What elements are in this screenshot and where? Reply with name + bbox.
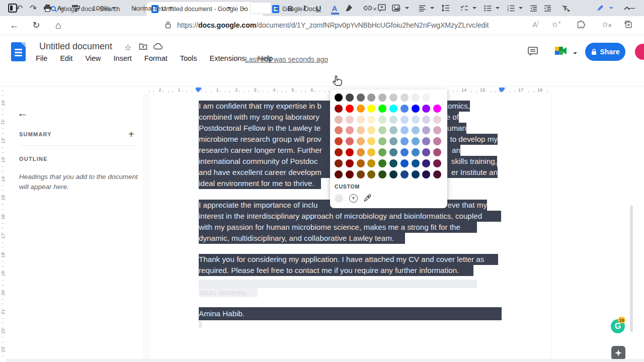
- color-swatch-4c1130[interactable]: [433, 170, 441, 178]
- color-swatch-f9cb9c[interactable]: [357, 126, 365, 134]
- reload-icon[interactable]: ↻: [30, 19, 42, 31]
- menu-insert[interactable]: Insert: [114, 54, 132, 62]
- paragraph-style-select[interactable]: Normal text: [127, 0, 177, 16]
- color-swatch-ff00ff[interactable]: [433, 105, 441, 113]
- cloud-status-icon[interactable]: [153, 43, 163, 50]
- close-outline-icon[interactable]: ←: [17, 107, 28, 120]
- comment-history-icon[interactable]: [527, 46, 538, 56]
- color-swatch-a2c4c9[interactable]: [389, 126, 397, 134]
- right-indent-marker[interactable]: [502, 87, 505, 93]
- add-summary-button[interactable]: +: [128, 129, 134, 140]
- document-text-line[interactable]: [199, 280, 477, 288]
- meet-caret-icon[interactable]: [573, 52, 577, 54]
- color-swatch-ff9900[interactable]: [357, 105, 365, 113]
- editing-mode-caret[interactable]: [606, 0, 614, 16]
- meet-icon[interactable]: [554, 45, 568, 56]
- color-swatch-efefef[interactable]: [412, 94, 420, 102]
- color-swatch-134f5c[interactable]: [389, 159, 397, 167]
- zoom-select[interactable]: 100%: [90, 0, 119, 16]
- document-text-line[interactable]: with my passion for human microbiome sci…: [199, 222, 477, 233]
- read-aloud-icon[interactable]: A): [532, 20, 539, 29]
- color-swatch-d5a6bd[interactable]: [433, 126, 441, 134]
- color-swatch-ea9999[interactable]: [346, 126, 354, 134]
- color-swatch-d9ead3[interactable]: [378, 116, 386, 124]
- color-swatch-d9d9d9[interactable]: [400, 94, 409, 102]
- image-caret[interactable]: [401, 0, 410, 16]
- move-folder-icon[interactable]: [139, 43, 147, 50]
- document-text-line[interactable]: dynamic, multidisciplinary, and collabor…: [199, 233, 405, 244]
- color-swatch-274e13[interactable]: [378, 170, 386, 178]
- font-size-increase-button[interactable]: +: [272, 0, 282, 16]
- undo-button[interactable]: ↶: [13, 0, 25, 16]
- highlight-color-button[interactable]: [342, 0, 355, 16]
- color-swatch-0b5394[interactable]: [412, 159, 420, 167]
- color-swatch-f4cccc[interactable]: [346, 116, 354, 124]
- color-swatch-073763[interactable]: [412, 170, 420, 178]
- decrease-indent-button[interactable]: [527, 0, 540, 16]
- color-swatch-c27ba0[interactable]: [433, 137, 441, 145]
- star-icon[interactable]: ☆: [124, 43, 131, 52]
- share-button[interactable]: Share: [585, 43, 625, 61]
- color-swatch-cccccc[interactable]: [389, 94, 397, 102]
- color-swatch-3c78d8[interactable]: [400, 148, 409, 156]
- print-button[interactable]: [41, 0, 53, 16]
- color-swatch-20124d[interactable]: [422, 170, 430, 178]
- favorites-bar-icon[interactable]: ☆≡: [602, 20, 611, 29]
- spellcheck-button[interactable]: A✓: [55, 0, 67, 16]
- underline-button[interactable]: U: [312, 0, 325, 16]
- bulleted-list-caret[interactable]: [492, 0, 500, 16]
- menu-tools[interactable]: Tools: [180, 54, 197, 62]
- document-text-line[interactable]: interest in the interdisciplinary approa…: [199, 211, 501, 222]
- numbered-list-caret[interactable]: [515, 0, 523, 16]
- vertical-ruler[interactable]: 1011121314151617181920212223: [0, 86, 6, 362]
- menu-view[interactable]: View: [85, 54, 101, 62]
- color-swatch-7f6000[interactable]: [367, 170, 375, 178]
- color-swatch-999999[interactable]: [367, 94, 375, 102]
- color-swatch-dd7e6b[interactable]: [335, 126, 343, 134]
- font-size-decrease-button[interactable]: −: [238, 0, 249, 16]
- color-swatch-351c75[interactable]: [422, 159, 430, 167]
- color-swatch-000000[interactable]: [335, 94, 343, 102]
- color-swatch-ffd966[interactable]: [367, 137, 375, 145]
- bold-button[interactable]: B: [284, 0, 297, 16]
- document-text-line[interactable]: Yours sincerely,: [199, 288, 258, 297]
- document-text-line[interactable]: Thank you for considering my application…: [199, 254, 498, 265]
- color-swatch-cc0000[interactable]: [346, 148, 354, 156]
- redo-button[interactable]: ↷: [27, 0, 39, 16]
- document-text-line[interactable]: Amina Habib.: [199, 307, 502, 320]
- color-swatch-ead1dc[interactable]: [433, 116, 441, 124]
- url-field[interactable]: https://docs.google.com/document/d/1Y_zo…: [177, 21, 489, 29]
- text-color-button[interactable]: A: [328, 0, 341, 16]
- last-edit-link[interactable]: Last edit was seconds ago: [245, 55, 328, 63]
- add-comment-button[interactable]: [375, 0, 388, 16]
- color-swatch-ff0000[interactable]: [346, 105, 354, 113]
- color-swatch-b4a7d6[interactable]: [422, 126, 430, 134]
- document-title[interactable]: Untitled document: [39, 41, 112, 52]
- color-swatch-8e7cc3[interactable]: [422, 137, 430, 145]
- paint-format-button[interactable]: [69, 0, 82, 16]
- color-swatch-6d9eeb[interactable]: [400, 137, 409, 145]
- color-swatch-a64d79[interactable]: [433, 148, 441, 156]
- color-swatch-3d85c6[interactable]: [412, 148, 420, 156]
- color-swatch-76a5af[interactable]: [389, 137, 397, 145]
- font-size-input[interactable]: [250, 2, 271, 14]
- color-swatch-6fa8dc[interactable]: [412, 137, 420, 145]
- color-swatch-5b0f00[interactable]: [335, 170, 343, 178]
- document-text-line[interactable]: [199, 321, 202, 328]
- eyedropper-icon[interactable]: [364, 194, 372, 202]
- color-swatch-e69138[interactable]: [357, 148, 365, 156]
- color-swatch-bf9000[interactable]: [367, 159, 375, 167]
- color-swatch-ffffff[interactable]: [433, 94, 441, 102]
- color-swatch-b45f06[interactable]: [357, 159, 365, 167]
- color-swatch-0000ff[interactable]: [412, 105, 420, 113]
- insert-link-button[interactable]: [361, 0, 374, 16]
- back-icon[interactable]: ←: [8, 19, 20, 31]
- add-custom-color-button[interactable]: +: [349, 194, 358, 203]
- color-swatch-b7b7b7[interactable]: [378, 94, 386, 102]
- color-swatch-e6b8af[interactable]: [335, 116, 343, 124]
- color-swatch-38761d[interactable]: [378, 159, 386, 167]
- color-swatch-666666[interactable]: [357, 94, 365, 102]
- color-swatch-9fc5e8[interactable]: [412, 126, 420, 134]
- color-swatch-cc4125[interactable]: [335, 137, 343, 145]
- menu-format[interactable]: Format: [144, 54, 168, 62]
